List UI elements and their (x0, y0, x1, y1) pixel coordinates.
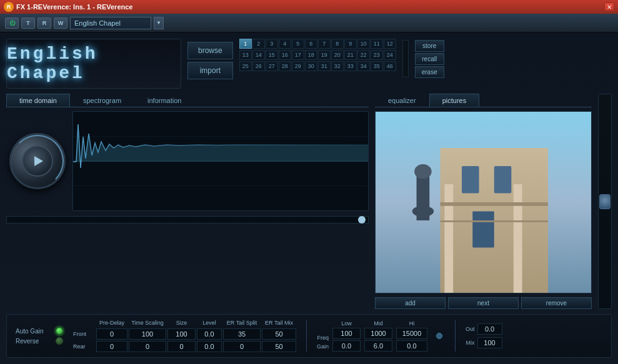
num-cell-18[interactable]: 18 (305, 50, 317, 60)
num-cell-6[interactable]: 6 (305, 39, 317, 49)
num-cell-17[interactable]: 17 (292, 50, 304, 60)
num-cell-2[interactable]: 2 (252, 39, 265, 49)
front-level[interactable]: 0.0 (197, 328, 222, 340)
header-er-tail-mix: ER Tail Mix (262, 320, 296, 326)
import-button[interactable]: import (187, 62, 233, 79)
num-cell-16[interactable]: 16 (279, 50, 291, 60)
rear-er-tail-split[interactable]: 0 (223, 341, 261, 352)
num-cell-35[interactable]: 35 (371, 61, 383, 71)
num-cell-15[interactable]: 15 (266, 50, 278, 60)
freq-label: Freq (317, 335, 329, 341)
eq-mid-freq[interactable]: 1000 (364, 328, 392, 339)
num-cell-26[interactable]: 26 (252, 61, 265, 71)
num-cell-12[interactable]: 12 (384, 39, 396, 49)
add-button[interactable]: add (375, 297, 446, 309)
num-cell-27[interactable]: 27 (266, 61, 278, 71)
num-cell-21[interactable]: 21 (344, 50, 357, 60)
r-button[interactable]: R (37, 17, 51, 29)
grid-scrollbar[interactable] (402, 40, 409, 77)
main-volume-slider[interactable] (598, 94, 612, 309)
num-cell-24[interactable]: 24 (384, 50, 396, 60)
progress-bar[interactable] (6, 216, 369, 224)
num-cell-1[interactable]: 1 (239, 39, 252, 49)
tab-information[interactable]: information (134, 94, 194, 107)
num-cell-28[interactable]: 28 (279, 61, 291, 71)
left-panel: time domain spectrogram information (6, 94, 369, 309)
waveform-svg (73, 112, 368, 210)
eq-dot-container (436, 333, 442, 339)
param-headers: Pre-Delay Time Scaling Size Level ER Tai… (73, 320, 296, 326)
front-size[interactable]: 100 (167, 328, 196, 340)
num-cell-30[interactable]: 30 (305, 61, 317, 71)
eq-mid-gain[interactable]: 6.0 (364, 340, 392, 352)
rear-size[interactable]: 0 (167, 341, 196, 352)
eq-row-labels: Freq Gain (317, 322, 329, 350)
num-cell-7[interactable]: 7 (318, 39, 331, 49)
eq-low-freq[interactable]: 100 (332, 328, 361, 339)
eq-low-gain[interactable]: 0.0 (332, 340, 361, 352)
num-cell-8[interactable]: 8 (331, 39, 344, 49)
w-button[interactable]: W (54, 17, 67, 29)
front-label: Front (73, 331, 95, 337)
store-button[interactable]: store (415, 40, 444, 52)
gain-label: Gain (317, 343, 329, 350)
next-button[interactable]: next (448, 297, 519, 309)
mix-row: Mix 100 (466, 337, 502, 348)
browse-button[interactable]: browse (187, 42, 233, 59)
tab-time-domain[interactable]: time domain (6, 94, 70, 107)
num-cell-13[interactable]: 13 (239, 50, 252, 60)
num-cell-34[interactable]: 34 (357, 61, 370, 71)
divider-1 (306, 320, 307, 352)
num-cell-19[interactable]: 19 (318, 50, 331, 60)
front-er-tail-mix[interactable]: 50 (262, 328, 296, 340)
num-cell-10[interactable]: 10 (357, 39, 370, 49)
preset-arrow[interactable]: ▼ (154, 17, 164, 29)
front-time-scaling[interactable]: 100 (129, 328, 166, 340)
num-cell-14[interactable]: 14 (252, 50, 265, 60)
svg-rect-11 (514, 184, 522, 293)
num-row-1: 1 2 3 4 5 6 7 8 9 10 11 12 (239, 39, 396, 49)
recall-button[interactable]: recall (415, 53, 444, 65)
num-cell-33[interactable]: 33 (344, 61, 357, 71)
num-cell-22[interactable]: 22 (357, 50, 370, 60)
num-cell-23[interactable]: 23 (371, 50, 383, 60)
reverse-led[interactable] (56, 337, 63, 345)
out-value[interactable]: 0.0 (477, 323, 502, 335)
eq-hi-freq[interactable]: 15000 (396, 328, 427, 339)
rear-er-tail-mix[interactable]: 50 (262, 341, 296, 352)
tab-pictures[interactable]: pictures (429, 94, 480, 107)
num-cell-3[interactable]: 3 (266, 39, 278, 49)
rear-pre-delay[interactable]: 0 (96, 341, 127, 352)
front-pre-delay[interactable]: 0 (96, 328, 127, 340)
preset-dropdown[interactable]: English Chapel (70, 17, 151, 29)
rear-level[interactable]: 0.0 (197, 341, 222, 352)
num-cell-5[interactable]: 5 (292, 39, 304, 49)
front-er-tail-split[interactable]: 35 (223, 328, 261, 340)
eq-dot[interactable] (436, 333, 442, 339)
close-button[interactable]: ✕ (604, 2, 614, 11)
erase-button[interactable]: erase (415, 66, 444, 78)
eq-hi-gain[interactable]: 0.0 (396, 340, 427, 352)
num-cell-31[interactable]: 31 (318, 61, 331, 71)
num-cell-4[interactable]: 4 (279, 39, 291, 49)
t-button[interactable]: T (21, 17, 35, 29)
num-cell-11[interactable]: 11 (371, 39, 383, 49)
num-cell-20[interactable]: 20 (331, 50, 344, 60)
tab-spectrogram[interactable]: spectrogram (70, 94, 134, 107)
num-cell-32[interactable]: 32 (331, 61, 344, 71)
playback-knob[interactable] (9, 133, 66, 189)
tab-equalizer[interactable]: equalizer (375, 94, 429, 107)
num-cell-29[interactable]: 29 (292, 61, 304, 71)
rear-time-scaling[interactable]: 0 (129, 341, 166, 352)
num-cell-25[interactable]: 25 (239, 61, 252, 71)
header-er-tail-split: ER Tail Split (223, 320, 261, 326)
mix-value[interactable]: 100 (477, 337, 502, 348)
auto-gain-led[interactable] (56, 327, 63, 335)
num-cell-36[interactable]: 46 (384, 61, 396, 71)
front-row: Front 0 100 100 0.0 35 50 (73, 328, 296, 340)
power-button[interactable]: ⏻ (5, 17, 19, 29)
remove-button[interactable]: remove (521, 297, 592, 309)
slider-thumb[interactable] (599, 194, 611, 209)
progress-indicator (358, 216, 366, 224)
num-cell-9[interactable]: 9 (344, 39, 357, 49)
